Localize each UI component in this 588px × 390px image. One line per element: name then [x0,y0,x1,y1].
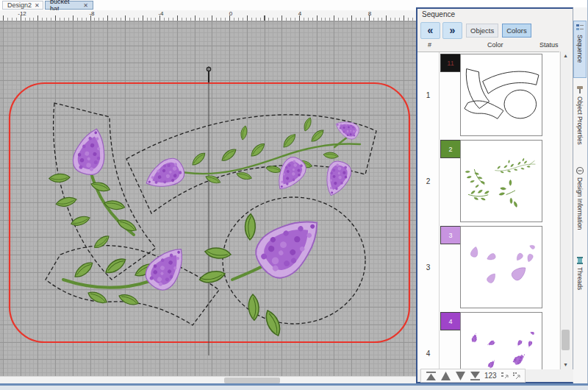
color-chip[interactable]: 3 [440,226,461,244]
docker-tab-label: Design Information [576,177,584,230]
close-icon[interactable]: ✕ [83,2,88,9]
row-number: 3 [417,224,440,311]
window-bottom-edge [0,383,588,390]
view-toggle-objects[interactable]: Objects [466,24,498,38]
row-thumbnail[interactable] [460,54,542,136]
docker-tab-label: Threads [576,267,584,290]
sequence-list: 1 11 2 2 3 3 4 [417,52,559,370]
resequence-by-number-button[interactable]: 123 [484,372,497,380]
resequence-by-color-icon[interactable] [512,372,520,380]
docker-tab-threads[interactable]: Threads [573,253,587,300]
view-toggle-colors[interactable]: Colors [502,24,531,38]
panel-title: Sequence [422,10,455,18]
docker-tab-sequence[interactable]: Sequence [573,21,587,78]
sequence-row-2[interactable]: 2 2 [417,138,559,225]
docker-tab-design-information[interactable]: Design Information [573,163,587,249]
ruler-label: -4 [158,10,163,17]
resequence-buttons: 123 [420,369,526,383]
row-number: 4 [417,311,440,370]
tab-design2[interactable]: Design2 ✕ [2,1,43,10]
scrollbar-thumb[interactable] [562,330,570,350]
column-color: Color [487,41,503,49]
tab-bucket-hat[interactable]: bucket hat ✕ [45,1,93,10]
resequence-by-selects-icon[interactable] [501,372,509,380]
ruler-label: -8 [89,10,94,17]
column-status: Status [539,41,559,49]
ruler-label: -12 [18,10,26,17]
sequence-row-3[interactable]: 3 3 [417,224,559,311]
color-chip[interactable]: 11 [440,54,461,72]
docker-tab-label: Object Properties [576,96,584,145]
scroll-down-icon[interactable]: ▾ [561,361,570,369]
sequence-panel: Sequence « » Objects Colors # Color Stat… [416,7,573,383]
move-to-start-button[interactable] [426,372,437,380]
color-chip[interactable]: 2 [440,140,461,158]
row-thumbnail[interactable] [460,312,542,370]
docker-tab-label: Sequence [576,35,584,63]
sequence-toolbar: « » Objects Colors [420,21,531,39]
row-number: 2 [417,138,440,224]
horizontal-ruler: -12 -8 -4 0 4 8 [0,10,416,21]
embroidery-design [0,21,416,376]
row-number: 1 [417,52,440,138]
color-chip[interactable]: 4 [440,312,461,330]
ruler-label: 0 [229,10,232,17]
ruler-label: 4 [298,10,301,17]
sequence-scrollbar[interactable]: ▴ ▾ [560,52,570,369]
scrollbar-thumb[interactable] [224,377,280,383]
threads-icon [576,256,584,265]
row-thumbnail[interactable] [460,140,542,222]
sequence-footer-toolbar: 123 [417,369,575,382]
move-down-button[interactable] [455,372,466,380]
sequence-icon [576,24,584,32]
docker-tab-strip: Sequence Object Properties Design Inform… [573,7,587,383]
scroll-up-icon[interactable]: ▴ [561,52,570,60]
tab-design2-label: Design2 [7,1,32,9]
column-number: # [428,41,431,49]
next-color-button[interactable]: » [442,22,462,39]
close-icon[interactable]: ✕ [35,2,40,9]
design-canvas[interactable] [0,21,416,376]
sequence-column-headers: # Color Status [417,41,573,51]
previous-color-button[interactable]: « [420,22,440,39]
design-information-icon [576,166,584,175]
ruler-label: 8 [368,10,371,17]
docker-tab-object-properties[interactable]: Object Properties [573,82,587,159]
document-tabbar: Design2 ✕ bucket hat ✕ [0,0,416,11]
move-to-end-button[interactable] [470,372,481,380]
move-up-button[interactable] [440,372,451,380]
sequence-row-4[interactable]: 4 4 [417,311,559,370]
object-properties-icon [576,85,584,94]
row-thumbnail[interactable] [460,226,542,308]
sequence-row-1[interactable]: 1 11 [417,52,559,139]
application-window: Design2 ✕ bucket hat ✕ -12 -8 -4 0 4 8 [0,0,588,390]
